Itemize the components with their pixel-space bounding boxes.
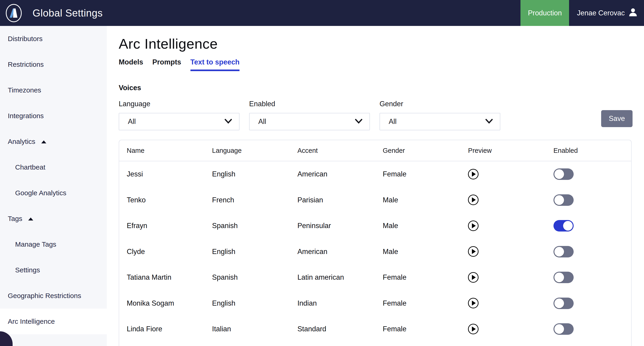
sidebar-item-integrations[interactable]: Integrations	[0, 103, 107, 129]
sidebar-item-label: Manage Tags	[15, 240, 56, 248]
cell-accent: Standard	[290, 325, 375, 333]
cell-enabled	[546, 272, 631, 283]
sidebar-item-analytics[interactable]: Analytics	[0, 129, 107, 154]
toggle-knob	[554, 324, 564, 334]
cell-enabled	[546, 220, 631, 232]
play-icon[interactable]	[468, 195, 478, 205]
filter-gender: Gender All	[380, 100, 500, 130]
app-title: Global Settings	[32, 7, 103, 19]
play-icon[interactable]	[468, 298, 478, 308]
cell-preview	[460, 195, 546, 205]
sidebar-item-label: Settings	[15, 266, 40, 274]
cell-enabled	[546, 298, 631, 309]
voice-enabled-toggle[interactable]	[554, 272, 574, 283]
cell-language: English	[204, 248, 290, 256]
sidebar-item-timezones[interactable]: Timezones	[0, 77, 107, 103]
cell-name: Jessi	[119, 170, 204, 178]
play-icon[interactable]	[468, 169, 478, 180]
sidebar-item-settings[interactable]: Settings	[0, 257, 107, 283]
table-row: Clyde English American Male	[119, 239, 631, 265]
top-bar: Global Settings Production Jenae Cerovac	[0, 0, 644, 26]
voice-enabled-toggle[interactable]	[554, 168, 574, 180]
sidebar-item-label: Restrictions	[8, 61, 44, 68]
cell-gender: Female	[375, 299, 460, 307]
save-button[interactable]: Save	[601, 110, 632, 127]
main-content: Arc Intelligence ModelsPromptsText to sp…	[107, 26, 644, 346]
voice-enabled-toggle[interactable]	[554, 246, 574, 257]
sidebar-item-manage-tags[interactable]: Manage Tags	[0, 232, 107, 257]
cell-preview	[460, 298, 546, 309]
table-row: Linda Fiore Italian Standard Female	[119, 316, 631, 342]
table-row: Efrayn Spanish Peninsular Male	[119, 213, 631, 239]
cell-preview	[460, 246, 546, 257]
cell-language: Spanish	[204, 222, 290, 230]
cell-accent: Indian	[290, 299, 375, 307]
filter-select-value: All	[128, 117, 224, 126]
cell-gender: Male	[375, 248, 460, 256]
sidebar-item-restrictions[interactable]: Restrictions	[0, 52, 107, 77]
voice-enabled-toggle[interactable]	[554, 323, 574, 335]
cell-enabled	[546, 168, 631, 180]
cell-gender: Female	[375, 325, 460, 333]
play-icon[interactable]	[468, 221, 478, 231]
chevron-down-icon	[485, 119, 493, 125]
toggle-knob	[554, 273, 564, 282]
cell-language: Spanish	[204, 273, 290, 281]
cell-preview	[460, 221, 546, 231]
cell-gender: Male	[375, 196, 460, 204]
cell-language: Italian	[204, 325, 290, 333]
tab-bar: ModelsPromptsText to speech	[119, 58, 240, 71]
sidebar: Distributors Restrictions Timezones Inte…	[0, 26, 107, 346]
filter-select[interactable]: All	[380, 113, 500, 130]
table-header-row: NameLanguageAccentGenderPreviewEnabled	[119, 140, 631, 161]
column-header-enabled: Enabled	[546, 147, 631, 154]
voice-enabled-toggle[interactable]	[554, 298, 574, 309]
cell-language: English	[204, 170, 290, 178]
filter-select[interactable]: All	[119, 113, 240, 130]
voice-enabled-toggle[interactable]	[554, 194, 574, 206]
cell-name: Linda Fiore	[119, 325, 204, 333]
sidebar-item-distributors[interactable]: Distributors	[0, 26, 107, 52]
app-root: Global Settings Production Jenae Cerovac…	[0, 0, 644, 346]
sidebar-item-label: Tags	[8, 215, 22, 223]
tab-models[interactable]: Models	[119, 58, 143, 71]
sidebar-item-label: Chartbeat	[15, 163, 46, 171]
cell-preview	[460, 169, 546, 180]
sidebar-item-label: Distributors	[8, 35, 43, 43]
environment-badge[interactable]: Production	[520, 0, 569, 26]
play-icon[interactable]	[468, 246, 478, 257]
voices-table: NameLanguageAccentGenderPreviewEnabled J…	[119, 140, 632, 346]
page-title: Arc Intelligence	[119, 36, 218, 52]
sidebar-item-chartbeat[interactable]: Chartbeat	[0, 154, 107, 180]
sidebar-item-google-analytics[interactable]: Google Analytics	[0, 180, 107, 206]
toggle-knob	[554, 195, 564, 205]
voice-enabled-toggle[interactable]	[554, 220, 574, 232]
column-header-name: Name	[119, 147, 204, 154]
sidebar-item-label: Analytics	[8, 138, 35, 145]
play-icon[interactable]	[468, 272, 478, 283]
sidebar-item-label: Google Analytics	[15, 189, 66, 197]
cell-enabled	[546, 323, 631, 335]
tab-text-to-speech[interactable]: Text to speech	[190, 58, 240, 71]
user-icon	[628, 8, 638, 19]
sidebar-item-geographic-restrictions[interactable]: Geographic Restrictions	[0, 283, 107, 309]
cell-gender: Female	[375, 170, 460, 178]
filter-select[interactable]: All	[249, 113, 370, 130]
cell-enabled	[546, 246, 631, 257]
toggle-knob	[554, 298, 564, 308]
user-menu[interactable]: Jenae Cerovac	[569, 0, 644, 26]
sidebar-item-label: Timezones	[8, 86, 41, 94]
voices-section-title: Voices	[119, 84, 141, 92]
filter-language: Language All	[119, 100, 240, 130]
sidebar-item-label: Arc Intelligence	[8, 317, 55, 325]
sidebar-item-arc-intelligence[interactable]: Arc Intelligence	[0, 309, 107, 334]
sidebar-item-label: Geographic Restrictions	[8, 292, 81, 300]
table-row: Jessi English American Female	[119, 161, 631, 187]
column-header-language: Language	[204, 147, 290, 154]
arc-logo-icon[interactable]	[5, 4, 22, 23]
table-row: Tatiana Martin Spanish Latin american Fe…	[119, 265, 631, 290]
tab-prompts[interactable]: Prompts	[152, 58, 181, 71]
play-icon[interactable]	[468, 324, 478, 334]
cell-name: Tatiana Martin	[119, 273, 204, 281]
sidebar-item-tags[interactable]: Tags	[0, 206, 107, 232]
